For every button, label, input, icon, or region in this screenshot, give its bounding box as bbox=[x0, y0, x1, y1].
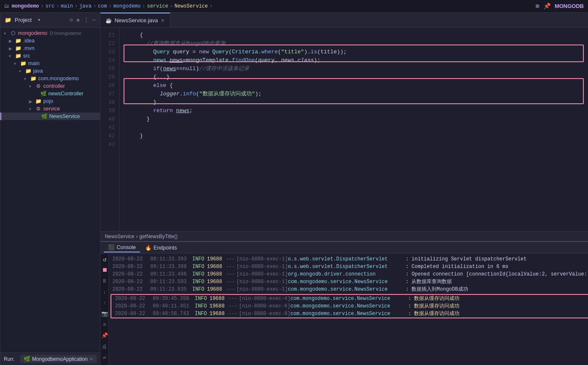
tree-item-mongodemo[interactable]: ▾ ⬡ mongodemo D:\mongodemo bbox=[0, 29, 100, 37]
tab-endpoints[interactable]: 🔥 Endpoints bbox=[141, 243, 181, 252]
run-app-close[interactable]: ✕ bbox=[89, 356, 93, 362]
editor-and-panel: 1: Project Structure 2: Favorites 📁 Proj… bbox=[0, 13, 588, 365]
project-title: Project bbox=[15, 17, 32, 23]
breadcrumb-method: getNewsByTitle() bbox=[139, 234, 177, 239]
line-num-43: 43 bbox=[100, 140, 115, 149]
code-line-24: news news=mongoTemplate.findOne(query, n… bbox=[126, 56, 588, 65]
tree-label-main: main bbox=[28, 60, 40, 66]
settings-icon[interactable]: ✱ bbox=[76, 16, 80, 24]
tree-item-java[interactable]: ▾ 📁 java bbox=[0, 67, 100, 75]
console-area: ↺ ⏹ ⏸ ↓ ↑ 📷 ≡ 📌 🖨 ⇌ bbox=[100, 254, 588, 365]
tree-meta: D:\mongodemo bbox=[50, 31, 82, 36]
code-line-38: } bbox=[126, 98, 588, 107]
tree-item-main[interactable]: ▾ 📁 main bbox=[0, 60, 100, 67]
editor-tabs: ☕ NewsService.java ✕ bbox=[100, 13, 588, 28]
tree-item-pojo[interactable]: ▶ 📁 pojo bbox=[0, 97, 100, 105]
tree-item-service[interactable]: ▾ ⚙ service bbox=[0, 105, 100, 113]
stop-icon[interactable]: ⏹ bbox=[101, 267, 108, 273]
tree-label-src: src bbox=[23, 53, 30, 59]
screenshot-icon[interactable]: 📷 bbox=[101, 310, 108, 317]
line-num-23: 23 bbox=[100, 48, 115, 56]
breadcrumb-service: service bbox=[147, 3, 168, 9]
line-num-24: 24 bbox=[100, 56, 115, 65]
code-content[interactable]: { //查询数据先从MongoDB中查询 Query query = new Q… bbox=[119, 28, 588, 231]
filter-icon[interactable]: ≡ bbox=[101, 321, 108, 328]
src-folder-icon: 📁 bbox=[15, 53, 21, 59]
log-line-3: 2020-08-22 09:11:23.496 INFO 19688 --- [… bbox=[109, 270, 588, 278]
tree-item-src[interactable]: ▾ 📁 src bbox=[0, 52, 100, 60]
file-tree: ▾ ⬡ mongodemo D:\mongodemo ▶ 📁 .idea ▶ 📁… bbox=[0, 28, 100, 352]
endpoints-tab-label: Endpoints bbox=[153, 245, 177, 251]
editor-breadcrumb: NewsService › getNewsByTitle() bbox=[100, 231, 588, 241]
project-panel: 📁 Project ▾ ⊙ ✱ ⋮ — ▾ ⬡ mongodemo D:\mon… bbox=[0, 13, 100, 365]
breadcrumb-newsservice: NewsService bbox=[174, 3, 208, 9]
tab-newsservice[interactable]: ☕ NewsService.java ✕ bbox=[100, 13, 170, 27]
editor-main: ☕ NewsService.java ✕ 21 22 23 24 25 26 3… bbox=[100, 13, 588, 241]
print-icon[interactable]: 🖨 bbox=[101, 343, 108, 350]
run-label: Run: bbox=[4, 356, 14, 362]
breadcrumb-mongodemo: mongodemo bbox=[113, 3, 141, 9]
newscontroller-icon: 🌿 bbox=[40, 91, 47, 97]
tree-label-newsservice: NewsService bbox=[49, 113, 80, 119]
line-num-26: 26 bbox=[100, 73, 115, 81]
run-app-name: MongodbemoApplication bbox=[32, 356, 87, 362]
bottom-section: ⬛ Console 🔥 Endpoints ↺ ⏹ ⏸ ↓ bbox=[100, 241, 588, 365]
scroll-up-icon[interactable]: ↑ bbox=[101, 299, 108, 306]
project-panel-header: 📁 Project ▾ ⊙ ✱ ⋮ — bbox=[0, 13, 100, 28]
code-line-39: return news; bbox=[126, 107, 588, 115]
mongodb-label: MONGODB bbox=[555, 3, 584, 9]
tree-label-newscontroller: newsController bbox=[48, 91, 83, 97]
restart-icon[interactable]: ↺ bbox=[101, 256, 108, 263]
line-num-36: 36 bbox=[100, 81, 115, 90]
minimize-icon[interactable]: — bbox=[92, 16, 96, 24]
tree-item-controller[interactable]: ▾ ⚙ controller bbox=[0, 82, 100, 90]
line-num-38: 38 bbox=[100, 98, 115, 107]
line-num-22: 22 bbox=[100, 39, 115, 48]
tree-item-idea[interactable]: ▶ 📁 .idea bbox=[0, 37, 100, 45]
code-line-22: //查询数据先从MongoDB中查询 bbox=[126, 39, 588, 48]
tree-item-mvn[interactable]: ▶ 📁 .mvn bbox=[0, 45, 100, 52]
editor-col: ☕ NewsService.java ✕ 21 22 23 24 25 26 3… bbox=[100, 13, 588, 365]
code-line-25: if(news==null)//缓存中没该条记录 bbox=[126, 65, 588, 73]
tab-close-btn[interactable]: ✕ bbox=[161, 18, 165, 24]
scroll-down-icon[interactable]: ↓ bbox=[101, 289, 108, 295]
tree-item-com-mongodemo[interactable]: ▾ 📁 com.mongodemo bbox=[0, 75, 100, 82]
log-line-8: 2020-08-22 09:40:58.743 INFO 19688 --- [… bbox=[111, 310, 588, 318]
target-icon[interactable]: ⊙ bbox=[69, 16, 73, 24]
tree-label-pojo: pojo bbox=[43, 98, 53, 104]
java-folder-icon: 📁 bbox=[25, 68, 32, 74]
tree-item-newscontroller[interactable]: ▶ 🌿 newsController bbox=[0, 90, 100, 97]
pin-console-icon[interactable]: 📌 bbox=[101, 332, 108, 339]
titlebar: 🗂 mongodemo › src › main › java › com › … bbox=[0, 0, 588, 13]
breadcrumb-com: com bbox=[98, 3, 107, 9]
pojo-folder-icon: 📁 bbox=[35, 98, 42, 104]
presentation-icon[interactable]: ⊞ bbox=[535, 3, 539, 10]
console-tabs: ⬛ Console 🔥 Endpoints bbox=[100, 242, 588, 254]
code-line-43 bbox=[126, 140, 588, 149]
log-line-5: 2020-08-22 09:11:23.635 INFO 19688 --- [… bbox=[109, 286, 588, 293]
tree-item-newsservice[interactable]: ▶ 🌿 NewsService bbox=[0, 113, 100, 120]
idea-folder-icon: 📁 bbox=[15, 38, 21, 44]
run-app-tab[interactable]: 🌿 MongodbemoApplication ✕ bbox=[20, 355, 97, 363]
project-dropdown-icon[interactable]: ▾ bbox=[37, 17, 40, 23]
service-folder-icon: ⚙ bbox=[35, 106, 42, 112]
pin-icon[interactable]: 📌 bbox=[543, 3, 551, 10]
tree-label-mvn: .mvn bbox=[23, 45, 34, 51]
console-tab-label: Console bbox=[116, 244, 136, 250]
wrap-icon[interactable]: ⇌ bbox=[101, 354, 108, 361]
folder-icon: 📁 bbox=[5, 17, 11, 24]
console-icon: ⬛ bbox=[108, 244, 115, 250]
line-num-39: 39 bbox=[100, 107, 115, 115]
newsservice-icon: 🌿 bbox=[41, 113, 47, 119]
pause-icon[interactable]: ⏸ bbox=[101, 278, 108, 284]
line-num-21: 21 bbox=[100, 31, 115, 39]
code-line-41 bbox=[126, 123, 588, 132]
breadcrumb-project: mongodemo bbox=[12, 3, 39, 9]
breadcrumb-main: main bbox=[61, 3, 73, 9]
code-line-42: } bbox=[126, 132, 588, 140]
menu-icon[interactable]: ⋮ bbox=[83, 16, 89, 24]
tab-console[interactable]: ⬛ Console bbox=[104, 243, 140, 252]
title-project-icon: 🗂 bbox=[4, 3, 9, 9]
line-num-25: 25 bbox=[100, 65, 115, 73]
tree-label-java: java bbox=[33, 68, 43, 74]
